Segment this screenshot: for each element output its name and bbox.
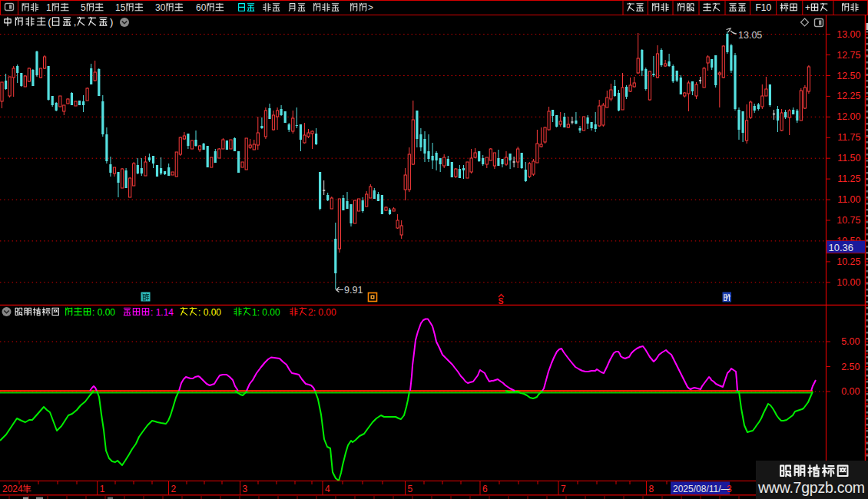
svg-text:13.00: 13.00: [837, 29, 860, 40]
svg-text:10.36: 10.36: [829, 242, 854, 253]
svg-text:2.50: 2.50: [841, 362, 860, 372]
svg-text:1: 1: [46, 2, 51, 13]
svg-text:8: 8: [649, 484, 654, 494]
svg-text:>: >: [368, 2, 373, 13]
svg-text:: 0.00: : 0.00: [198, 307, 221, 318]
svg-text:: 1.14: : 1.14: [151, 307, 174, 318]
svg-text:12.50: 12.50: [837, 71, 860, 81]
svg-text:11.75: 11.75: [837, 132, 860, 143]
svg-text:10.25: 10.25: [837, 256, 860, 267]
svg-text:0.00: 0.00: [841, 386, 860, 397]
svg-text:5.00: 5.00: [841, 336, 860, 347]
svg-text:+: +: [805, 2, 810, 13]
svg-text:F10: F10: [756, 2, 772, 13]
svg-text:11.25: 11.25: [837, 173, 860, 184]
svg-text:2025/08/11/—: 2025/08/11/—: [673, 484, 731, 494]
svg-text:7: 7: [561, 484, 566, 494]
svg-text:4: 4: [325, 484, 330, 494]
svg-text:12.75: 12.75: [837, 50, 860, 61]
svg-text:5: 5: [408, 484, 413, 494]
svg-text:S: S: [499, 296, 504, 306]
svg-text:1: 0.00: 1: 0.00: [252, 307, 280, 318]
svg-text:(: (: [48, 16, 51, 28]
svg-text:2: 2: [171, 484, 177, 494]
svg-text:2: 0.00: 2: 0.00: [308, 307, 336, 318]
svg-text:6: 6: [482, 484, 488, 494]
svg-text:12.00: 12.00: [837, 111, 860, 122]
svg-text:30: 30: [155, 2, 166, 13]
svg-text:12.25: 12.25: [837, 91, 860, 101]
svg-text:2024: 2024: [2, 484, 23, 494]
svg-text:10.75: 10.75: [837, 215, 860, 226]
svg-text:: 0.00: : 0.00: [92, 307, 115, 318]
svg-text:60: 60: [196, 2, 207, 13]
svg-text:11.50: 11.50: [837, 153, 860, 164]
svg-text:www.7gpzb.com: www.7gpzb.com: [757, 479, 865, 496]
svg-text:15: 15: [115, 2, 126, 13]
svg-text:3: 3: [243, 484, 248, 494]
svg-text:10.00: 10.00: [837, 277, 860, 288]
svg-text:11.00: 11.00: [837, 194, 860, 205]
svg-text:9.91: 9.91: [344, 285, 363, 296]
svg-text:13.05: 13.05: [738, 30, 762, 41]
svg-text:1: 1: [100, 484, 105, 494]
svg-text:5: 5: [81, 2, 86, 13]
svg-text:,: ,: [74, 16, 77, 28]
svg-text:3: 3: [727, 484, 732, 494]
svg-text:): ): [110, 16, 113, 28]
